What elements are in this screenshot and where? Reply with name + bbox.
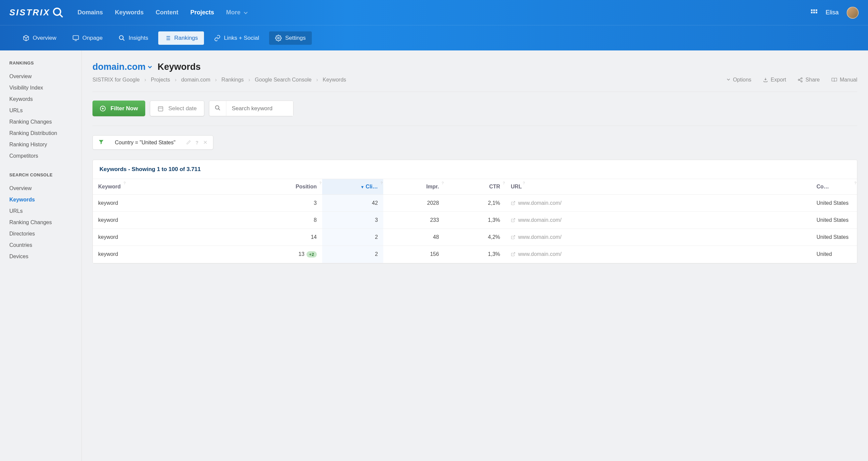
crumb[interactable]: SISTRIX for Google: [92, 77, 140, 83]
list-icon: [164, 35, 171, 41]
svg-point-20: [798, 79, 800, 81]
subtab-overview[interactable]: Overview: [17, 31, 62, 45]
sidebar-item-ranking-distribution[interactable]: Ranking Distribution: [9, 127, 72, 139]
col-url[interactable]: URL?: [505, 179, 811, 195]
cell-country: United States: [811, 229, 857, 246]
col-keyword[interactable]: Keyword?: [93, 179, 253, 195]
crumb[interactable]: Google Search Console: [255, 77, 311, 83]
col-ctr[interactable]: CTR?: [444, 179, 505, 195]
svg-point-19: [801, 78, 802, 79]
svg-rect-3: [813, 9, 815, 11]
sc-urls[interactable]: URLs: [9, 205, 72, 217]
sc-keywords[interactable]: Keywords: [9, 194, 72, 205]
col-impr[interactable]: Impr.?: [383, 179, 444, 195]
gear-icon: [275, 35, 282, 41]
svg-rect-6: [813, 12, 815, 13]
share-button[interactable]: Share: [798, 77, 820, 83]
subtab-rankings[interactable]: Rankings: [158, 31, 204, 45]
sidebar-item-urls[interactable]: URLs: [9, 105, 72, 116]
book-icon: [831, 77, 837, 83]
nav-keywords[interactable]: Keywords: [115, 9, 144, 16]
help-icon[interactable]: ?: [196, 140, 199, 145]
table-row[interactable]: keyword 8 3 233 1,3% www.domain.com/ Uni…: [93, 212, 857, 229]
external-link-icon[interactable]: [511, 218, 516, 223]
funnel-icon: [93, 136, 110, 149]
search-keyword-input[interactable]: [226, 101, 293, 116]
crumb[interactable]: domain.com: [181, 77, 210, 83]
table-row[interactable]: keyword 14 2 48 4,2% www.domain.com/ Uni…: [93, 229, 857, 246]
sc-ranking-changes[interactable]: Ranking Changes: [9, 217, 72, 228]
cell-clicks: 2: [322, 246, 383, 263]
crumb[interactable]: Projects: [151, 77, 170, 83]
sidebar-item-overview[interactable]: Overview: [9, 71, 72, 82]
col-position[interactable]: Position?: [253, 179, 322, 195]
cell-impr: 156: [383, 246, 444, 263]
cell-ctr: 1,3%: [444, 212, 505, 229]
sidebar-item-ranking-changes[interactable]: Ranking Changes: [9, 116, 72, 127]
sc-overview[interactable]: Overview: [9, 183, 72, 194]
brand-logo[interactable]: SISTRIX: [9, 7, 64, 19]
link-icon: [214, 35, 221, 41]
svg-line-23: [799, 80, 801, 81]
manual-button[interactable]: Manual: [831, 77, 857, 83]
diff-badge: +2: [307, 251, 317, 258]
domain-dropdown[interactable]: domain.com: [92, 62, 152, 72]
select-date-button[interactable]: Select date: [150, 100, 204, 116]
svg-point-0: [54, 8, 61, 15]
crumb[interactable]: Rankings: [221, 77, 244, 83]
table-row[interactable]: keyword 3 42 2028 2,1% www.domain.com/ U…: [93, 195, 857, 212]
external-link-icon[interactable]: [511, 235, 516, 239]
svg-rect-5: [811, 12, 813, 13]
close-icon[interactable]: [203, 140, 208, 145]
chevron-down-icon: [244, 12, 248, 15]
avatar[interactable]: [847, 7, 859, 19]
cell-keyword: keyword: [93, 246, 253, 263]
cell-position: 8: [253, 212, 322, 229]
sc-countries[interactable]: Countries: [9, 239, 72, 251]
svg-point-29: [215, 106, 219, 109]
cell-ctr: 2,1%: [444, 195, 505, 212]
user-name[interactable]: Elisa: [826, 9, 839, 16]
brand-text: SISTRIX: [9, 7, 50, 18]
cell-keyword: keyword: [93, 229, 253, 246]
sc-devices[interactable]: Devices: [9, 251, 72, 262]
table-row[interactable]: keyword 13+2 2 156 1,3% www.domain.com/ …: [93, 246, 857, 263]
nav-more[interactable]: More: [226, 9, 248, 16]
svg-line-22: [799, 79, 801, 80]
cell-position: 3: [253, 195, 322, 212]
col-clicks[interactable]: ▼Cli…?: [322, 179, 383, 195]
sidebar-item-competitors[interactable]: Competitors: [9, 150, 72, 162]
svg-rect-4: [815, 9, 817, 11]
cell-country: United States: [811, 195, 857, 212]
subtab-links[interactable]: Links + Social: [208, 31, 265, 45]
external-link-icon[interactable]: [511, 252, 516, 257]
cell-ctr: 4,2%: [444, 229, 505, 246]
edit-icon[interactable]: [186, 140, 191, 145]
export-button[interactable]: Export: [763, 77, 786, 83]
col-country[interactable]: Co…?: [811, 179, 857, 195]
search-icon: [209, 101, 226, 116]
sidebar-item-visibility[interactable]: Visibility Index: [9, 82, 72, 93]
subtab-insights[interactable]: Insights: [113, 31, 154, 45]
crumb[interactable]: Keywords: [323, 77, 346, 83]
nav-content[interactable]: Content: [156, 9, 178, 16]
svg-line-35: [513, 235, 515, 237]
cell-keyword: keyword: [93, 212, 253, 229]
download-icon: [763, 77, 768, 83]
external-link-icon[interactable]: [511, 201, 516, 205]
sc-directories[interactable]: Directories: [9, 228, 72, 239]
sidebar-item-keywords[interactable]: Keywords: [9, 93, 72, 105]
cell-position: 13+2: [253, 246, 322, 263]
subtab-onpage[interactable]: Onpage: [66, 31, 109, 45]
subtab-settings[interactable]: Settings: [269, 31, 311, 45]
page-title: Keywords: [158, 62, 200, 72]
options-dropdown[interactable]: Options: [727, 77, 751, 83]
search-keyword-box: [209, 100, 293, 116]
cell-url: www.domain.com/: [505, 212, 811, 229]
svg-rect-8: [73, 35, 79, 39]
filter-now-button[interactable]: Filter Now: [92, 100, 145, 116]
apps-icon[interactable]: [811, 9, 817, 16]
sidebar-item-ranking-history[interactable]: Ranking History: [9, 139, 72, 150]
nav-domains[interactable]: Domains: [78, 9, 103, 16]
nav-projects[interactable]: Projects: [190, 9, 214, 16]
